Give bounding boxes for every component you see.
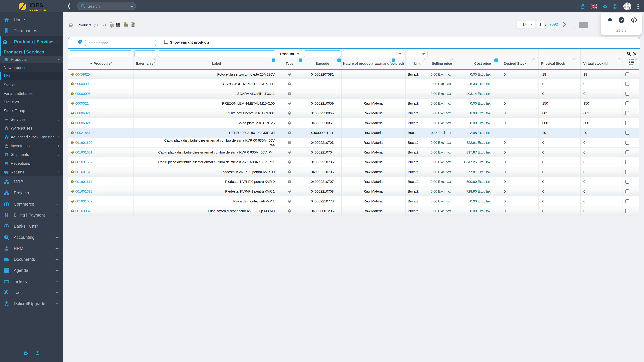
svg-text:$: $ <box>6 215 7 217</box>
svg-text:$: $ <box>5 236 7 238</box>
svg-text:CSV: CSV <box>132 24 134 26</box>
svg-text:?: ? <box>620 18 623 22</box>
svg-text:CSV: CSV <box>124 24 127 26</box>
svg-text:PNG: PNG <box>117 26 120 27</box>
svg-text:CSV: CSV <box>110 24 113 26</box>
